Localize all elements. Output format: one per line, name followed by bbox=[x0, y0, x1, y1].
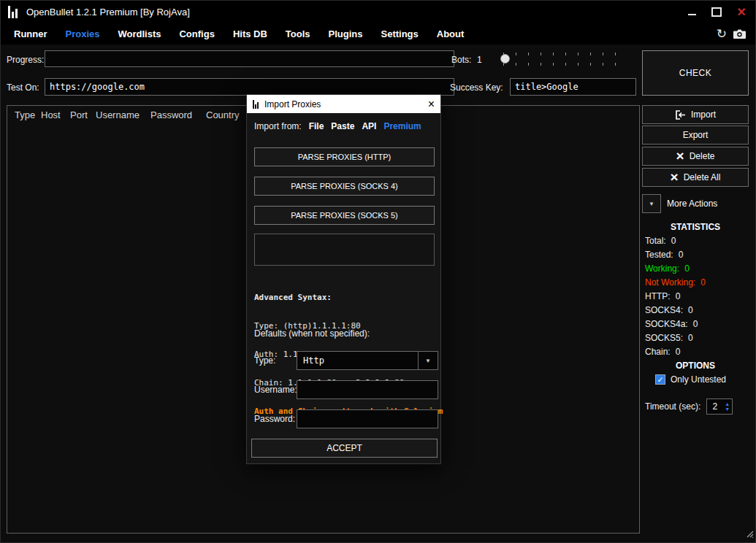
minimize-button[interactable] bbox=[685, 5, 698, 18]
timeout-label: Timeout (sec): bbox=[645, 401, 700, 412]
app-logo-icon bbox=[8, 5, 18, 18]
stat-label: Working: bbox=[645, 263, 679, 274]
stepper-arrows[interactable]: ▲ ▼ bbox=[722, 399, 732, 414]
stat-total: Total:0 bbox=[645, 236, 676, 246]
window-title: OpenBullet 1.2.1 Premium [By RojAva] bbox=[26, 7, 190, 18]
stat-value: 0 bbox=[688, 305, 693, 315]
menu-bar: Runner Proxies Wordlists Configs Hits DB… bbox=[1, 23, 755, 45]
accept-button[interactable]: ACCEPT bbox=[251, 439, 438, 458]
source-file[interactable]: File bbox=[309, 121, 324, 131]
password-input[interactable] bbox=[297, 409, 438, 428]
export-button[interactable]: Export bbox=[642, 126, 749, 145]
stat-value: 0 bbox=[676, 347, 681, 357]
progress-bar bbox=[45, 50, 454, 67]
close-icon: × bbox=[428, 98, 435, 111]
timeout-stepper[interactable]: 2 ▲ ▼ bbox=[706, 398, 733, 415]
checkmark-icon: ✓ bbox=[657, 375, 663, 384]
stat-label: SOCKS4a: bbox=[645, 319, 688, 329]
delete-all-button-label: Delete All bbox=[684, 172, 721, 182]
menu-configs[interactable]: Configs bbox=[179, 28, 214, 39]
menu-plugins[interactable]: Plugins bbox=[329, 28, 363, 39]
stat-socks4: SOCKS4:0 bbox=[645, 305, 693, 315]
check-button-label: CHECK bbox=[679, 68, 712, 78]
resize-grip[interactable] bbox=[747, 528, 754, 541]
stat-chain: Chain:0 bbox=[645, 347, 680, 357]
stat-working: Working:0 bbox=[645, 263, 690, 274]
stat-label: SOCKS5: bbox=[645, 333, 683, 343]
menu-hitsdb[interactable]: Hits DB bbox=[233, 28, 267, 39]
check-button[interactable]: CHECK bbox=[642, 50, 749, 96]
source-api[interactable]: API bbox=[362, 121, 376, 131]
test-on-input[interactable] bbox=[45, 78, 454, 96]
menu-runner[interactable]: Runner bbox=[14, 28, 47, 39]
statistics-title: STATISTICS bbox=[642, 222, 749, 232]
options-title: OPTIONS bbox=[642, 361, 749, 371]
delete-all-button[interactable]: × Delete All bbox=[642, 168, 749, 187]
dialog-logo-icon bbox=[253, 100, 259, 109]
close-button[interactable]: × bbox=[735, 5, 748, 18]
username-label: Username: bbox=[254, 385, 297, 395]
only-untested-label: Only Untested bbox=[671, 374, 726, 385]
defaults-label: Defaults (when not specified): bbox=[254, 328, 370, 339]
password-label: Password: bbox=[254, 414, 295, 424]
parse-socks5-button[interactable]: PARSE PROXIES (SOCKS 5) bbox=[254, 206, 435, 225]
type-label: Type: bbox=[254, 355, 275, 366]
menu-settings[interactable]: Settings bbox=[381, 28, 418, 39]
slider-thumb[interactable] bbox=[500, 54, 510, 63]
menu-wordlists[interactable]: Wordlists bbox=[118, 28, 161, 39]
stat-http: HTTP:0 bbox=[645, 291, 680, 301]
stat-value: 0 bbox=[684, 263, 690, 274]
column-username[interactable]: Username bbox=[96, 109, 140, 120]
stat-value: 0 bbox=[693, 319, 698, 329]
stat-label: HTTP: bbox=[645, 291, 671, 301]
dropdown-glyph: ▼ bbox=[425, 358, 431, 364]
stat-socks4a: SOCKS4a:0 bbox=[645, 319, 698, 329]
dialog-title-bar: Import Proxies × bbox=[247, 95, 440, 113]
stat-not-working: Not Working:0 bbox=[645, 277, 706, 288]
only-untested-checkbox[interactable]: ✓ bbox=[655, 374, 665, 385]
source-premium[interactable]: Premium bbox=[383, 121, 421, 131]
bots-slider[interactable] bbox=[497, 52, 629, 66]
maximize-button[interactable] bbox=[710, 5, 723, 18]
stat-value: 0 bbox=[700, 277, 706, 288]
more-actions-row: ▼ More Actions bbox=[642, 194, 749, 213]
slider-ticks bbox=[503, 53, 627, 55]
delete-button-label: Delete bbox=[690, 151, 715, 161]
stat-label: Tested: bbox=[645, 250, 673, 260]
column-port[interactable]: Port bbox=[70, 109, 88, 120]
import-button-label: Import bbox=[691, 109, 716, 120]
bots-value: 1 bbox=[477, 55, 482, 65]
stat-value: 0 bbox=[688, 333, 693, 343]
import-button[interactable]: Import bbox=[642, 105, 749, 124]
more-actions-label: More Actions bbox=[667, 199, 717, 209]
delete-button[interactable]: × Delete bbox=[642, 147, 749, 166]
menu-proxies[interactable]: Proxies bbox=[66, 28, 100, 39]
proxy-input-box[interactable] bbox=[254, 234, 435, 266]
menu-about[interactable]: About bbox=[437, 28, 465, 39]
parse-socks4-button[interactable]: PARSE PROXIES (SOCKS 4) bbox=[254, 177, 435, 196]
username-input[interactable] bbox=[297, 380, 438, 399]
screenshot-camera-icon[interactable] bbox=[733, 28, 747, 39]
dialog-title: Import Proxies bbox=[264, 99, 321, 109]
type-dropdown[interactable]: Http ▼ bbox=[297, 351, 438, 370]
parse-http-label: PARSE PROXIES (HTTP) bbox=[298, 153, 392, 161]
source-paste[interactable]: Paste bbox=[331, 121, 354, 131]
app-window: OpenBullet 1.2.1 Premium [By RojAva] × R… bbox=[0, 0, 756, 543]
chevron-down-icon: ▼ bbox=[649, 201, 654, 207]
import-from-row: Import from: File Paste API Premium bbox=[254, 121, 421, 131]
chevron-down-icon[interactable]: ▼ bbox=[418, 352, 438, 369]
accept-button-label: ACCEPT bbox=[327, 443, 362, 453]
column-password[interactable]: Password bbox=[150, 109, 192, 120]
column-country[interactable]: Country bbox=[206, 109, 240, 120]
more-actions-dropdown[interactable]: ▼ bbox=[642, 194, 661, 213]
stat-label: SOCKS4: bbox=[645, 305, 683, 315]
import-icon bbox=[675, 110, 686, 120]
update-sync-icon[interactable]: ↻ bbox=[717, 26, 727, 41]
dialog-close-button[interactable]: × bbox=[428, 95, 435, 113]
menu-tools[interactable]: Tools bbox=[286, 28, 310, 39]
success-key-input[interactable] bbox=[510, 78, 636, 96]
type-dropdown-value: Http bbox=[297, 352, 418, 369]
parse-http-button[interactable]: PARSE PROXIES (HTTP) bbox=[254, 147, 435, 166]
column-host[interactable]: Host bbox=[41, 109, 61, 120]
column-type[interactable]: Type bbox=[15, 109, 35, 120]
